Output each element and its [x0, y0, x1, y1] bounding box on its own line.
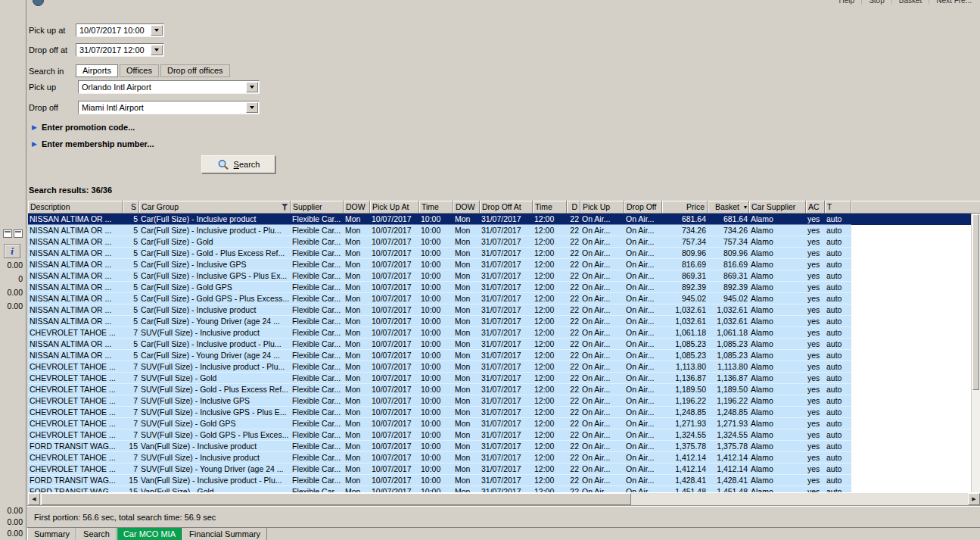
chevron-down-icon[interactable] [246, 82, 258, 92]
table-row[interactable]: NISSAN ALTIMA OR ...5Car(Full Size) - In… [28, 214, 971, 225]
bottom-tab-financial-summary[interactable]: Financial Summary [182, 528, 267, 540]
column-header-car-group[interactable]: Car Group [139, 201, 291, 214]
table-row[interactable]: NISSAN ALTIMA OR ...5Car(Full Size) - In… [28, 339, 971, 350]
column-header-t[interactable]: T [825, 201, 851, 214]
filter-icon[interactable] [282, 204, 288, 211]
bottom-tab-car-mco-mia[interactable]: Car MCO MIA [117, 528, 182, 540]
horizontal-scrollbar-thumb[interactable] [41, 493, 631, 505]
table-row[interactable]: FORD TRANSIT WAG...15Van(Full Size) - Go… [28, 486, 971, 492]
cell-s: 5 [123, 304, 139, 316]
table-row[interactable]: CHEVROLET TAHOE ...7SUV(Full Size) - Inc… [28, 452, 971, 464]
cell-time: 10:00 [419, 327, 453, 339]
cell-d: 22 [567, 236, 580, 248]
table-row[interactable]: NISSAN ALTIMA OR ...5Car(Full Size) - Go… [28, 248, 971, 259]
column-header-d[interactable]: D [567, 201, 580, 214]
cell-pick-up: On Air... [580, 316, 624, 327]
table-row[interactable]: CHEVROLET TAHOE ...7SUV(Full Size) - You… [28, 464, 971, 475]
cell-drop-off: On Air... [624, 486, 662, 492]
search-button[interactable]: Search [201, 155, 275, 173]
cell-car-supplier: Alamo [749, 282, 806, 293]
cell-pick-up: On Air... [580, 259, 624, 270]
topbar-item-stop[interactable]: Stop [861, 0, 891, 5]
column-header-ac[interactable]: AC [806, 201, 825, 214]
search-in-tab-offices[interactable]: Offices [120, 64, 159, 77]
bottom-tab-summary[interactable]: Summary [27, 528, 76, 540]
column-header-basket[interactable]: Basket▾ [708, 201, 749, 214]
column-header-car-supplier[interactable]: Car Supplier [749, 201, 806, 214]
column-header-dow[interactable]: DOW [453, 201, 480, 214]
search-in-tab-drop-off-offices[interactable]: Drop off offices [160, 64, 230, 77]
table-row[interactable]: NISSAN ALTIMA OR ...5Car(Full Size) - In… [28, 304, 971, 316]
info-icon[interactable]: i [4, 244, 20, 258]
table-row[interactable]: CHEVROLET TAHOE ...7SUV(Full Size) - Gol… [28, 384, 971, 395]
column-header-time[interactable]: Time [533, 201, 567, 214]
horizontal-scrollbar[interactable]: ◀ ▶ [28, 492, 980, 505]
panel-window-icon[interactable] [3, 229, 12, 238]
chevron-down-icon[interactable] [246, 102, 258, 113]
table-row[interactable]: CHEVROLET TAHOE ...7SUV(Full Size) - Gol… [28, 418, 971, 429]
cell-drop-off: On Air... [624, 304, 662, 316]
cell-s: 15 [123, 475, 139, 486]
cell-time: 12:00 [533, 327, 567, 339]
table-row[interactable]: CHEVROLET TAHOE ...7SUV(Full Size) - Gol… [28, 373, 971, 384]
table-row[interactable]: CHEVROLET TAHOE ...7SUV(Full Size) - Inc… [28, 407, 971, 418]
cell-drop-off: On Air... [624, 395, 662, 407]
pickup-at-combobox[interactable]: 10/07/2017 10:00 [76, 23, 164, 37]
scroll-left-icon[interactable]: ◀ [28, 493, 40, 505]
pickup-location-combobox[interactable]: Orlando Intl Airport [78, 80, 260, 94]
column-header-s[interactable]: S [123, 201, 139, 214]
column-header-dow[interactable]: DOW [344, 201, 370, 214]
dropoff-at-combobox[interactable]: 31/07/2017 12:00 [76, 43, 164, 57]
table-row[interactable]: NISSAN ALTIMA OR ...5Car(Full Size) - Yo… [28, 316, 971, 327]
membership-number-expander[interactable]: ▶Enter membership number... [32, 139, 154, 148]
table-row[interactable]: CHEVROLET TAHOE ...7SUV(Full Size) - Gol… [28, 429, 971, 441]
cell-car-supplier: Alamo [749, 248, 806, 259]
table-row[interactable]: NISSAN ALTIMA OR ...5Car(Full Size) - Go… [28, 293, 971, 304]
table-row[interactable]: CHEVROLET TAHOE ...7SUV(Full Size) - Inc… [28, 361, 971, 373]
cell-dow: Mon [344, 248, 370, 259]
panel-window-icon[interactable] [14, 229, 23, 238]
column-header-pick-up-at[interactable]: Pick Up At [370, 201, 419, 214]
column-header-description[interactable]: Description [28, 201, 123, 214]
table-row[interactable]: CHEVROLET TAHOE ...7SUV(Full Size) - Inc… [28, 395, 971, 407]
cell-car-supplier: Alamo [749, 350, 806, 361]
promotion-code-expander[interactable]: ▶Enter promotion code... [32, 123, 135, 132]
topbar-item-basket[interactable]: Basket [891, 0, 929, 5]
car-search-panel: Pick up at 10/07/2017 10:00 Drop off at … [27, 7, 980, 540]
table-row[interactable]: NISSAN ALTIMA OR ...5Car(Full Size) - In… [28, 270, 971, 282]
bottom-tab-search[interactable]: Search [76, 528, 117, 540]
row-filler [851, 339, 971, 350]
cell-s: 7 [123, 464, 139, 475]
column-header-pick-up[interactable]: Pick Up [580, 201, 624, 214]
cell-supplier: Flexible Car... [291, 429, 344, 441]
table-row[interactable]: NISSAN ALTIMA OR ...5Car(Full Size) - In… [28, 225, 971, 236]
column-header-drop-off[interactable]: Drop Off [624, 201, 662, 214]
table-row[interactable]: NISSAN ALTIMA OR ...5Car(Full Size) - Yo… [28, 350, 971, 361]
scroll-right-icon[interactable]: ▶ [968, 493, 980, 505]
dropoff-location-combobox[interactable]: Miami Intl Airport [78, 101, 260, 114]
column-header-drop-off-at[interactable]: Drop Off At [480, 201, 533, 214]
table-row[interactable]: FORD TRANSIT WAG...15Van(Full Size) - In… [28, 441, 971, 452]
topbar-item-help[interactable]: Help [832, 0, 862, 5]
vertical-scrollbar-thumb[interactable] [972, 214, 979, 390]
column-header-supplier[interactable]: Supplier [291, 201, 344, 214]
cell-description: FORD TRANSIT WAG... [28, 441, 123, 452]
search-in-tab-airports[interactable]: Airports [76, 64, 118, 77]
table-row[interactable]: CHEVROLET TAHOE ...7SUV(Full Size) - Inc… [28, 327, 971, 339]
column-header-time[interactable]: Time [419, 201, 453, 214]
column-header-price[interactable]: Price [662, 201, 708, 214]
cell-car-group: SUV(Full Size) - Inclusive product - Plu… [139, 361, 291, 373]
cell-description: NISSAN ALTIMA OR ... [28, 316, 123, 327]
table-row[interactable]: NISSAN ALTIMA OR ...5Car(Full Size) - Go… [28, 282, 971, 293]
chevron-down-icon[interactable] [151, 45, 163, 55]
table-row[interactable]: FORD TRANSIT WAG...15Van(Full Size) - In… [28, 475, 971, 486]
sort-icon[interactable]: ▾ [744, 204, 747, 211]
chevron-down-icon[interactable] [151, 25, 163, 36]
cell-description: CHEVROLET TAHOE ... [28, 452, 123, 464]
cell-supplier: Flexible Car... [291, 225, 344, 236]
table-row[interactable]: NISSAN ALTIMA OR ...5Car(Full Size) - Go… [28, 236, 971, 248]
table-row[interactable]: NISSAN ALTIMA OR ...5Car(Full Size) - In… [28, 259, 971, 270]
vertical-scrollbar[interactable] [971, 214, 980, 492]
topbar-item-next-fre[interactable]: Next Fre... [929, 0, 978, 5]
cell-dow: Mon [344, 259, 370, 270]
